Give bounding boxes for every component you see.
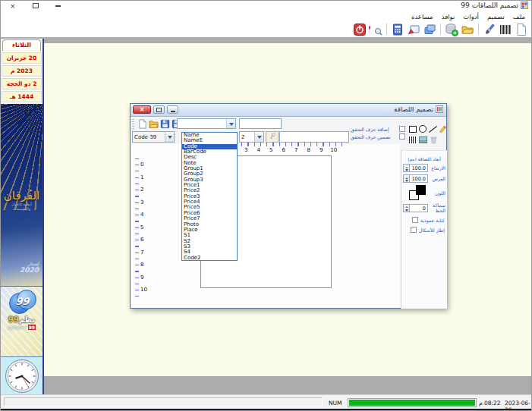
copy-cards-icon[interactable] <box>422 22 437 36</box>
brush-icon[interactable] <box>482 22 497 36</box>
spinner-arrows-icon[interactable] <box>403 174 409 183</box>
spinner-arrows-icon[interactable] <box>403 164 409 172</box>
color-label: اللون <box>429 190 445 196</box>
vruler-number: 7 <box>140 246 147 259</box>
spinner-arrows-icon[interactable] <box>403 204 409 212</box>
height-value[interactable]: 100.0 <box>409 164 428 172</box>
width-stepper[interactable]: 100.0 <box>403 174 428 183</box>
dialog-new-icon[interactable] <box>137 119 147 129</box>
thickness-stepper[interactable]: 0 <box>403 204 428 212</box>
delete-shape-icon[interactable] <box>430 136 438 144</box>
svg-text:?: ? <box>369 24 371 35</box>
exit-icon[interactable] <box>352 22 367 36</box>
dialog-icon <box>436 105 443 113</box>
version-value: 2020 <box>20 266 39 274</box>
include-check-digit-checkbox[interactable] <box>399 133 405 140</box>
thickness-label: سماكة الخط <box>430 202 445 213</box>
width-row: العرض 100.0 <box>403 174 445 183</box>
pencil-tool-icon[interactable] <box>439 124 447 133</box>
field-dropdown-list: NameNameECodeBarCodeDescNoteGroup1Group2… <box>181 132 238 261</box>
furqan-title: الفُرقان <box>1 189 42 202</box>
systems99-latin-name: systems 99 <box>1 325 42 331</box>
add-check-digit-label: إضافة حرف التحقق <box>351 126 399 133</box>
barcode-type-combobox[interactable]: Code 39 <box>132 131 175 143</box>
window-controls: × <box>10 2 61 10</box>
vruler-number: 10 <box>140 284 147 296</box>
barcode-tool-icon[interactable] <box>409 136 417 143</box>
line-tool-icon[interactable] <box>429 125 436 133</box>
add-check-digit-checkbox[interactable] <box>399 126 405 132</box>
minimize-window-icon[interactable] <box>55 5 61 7</box>
menu-bar: ملفتصميمأدواتنوافذمساعدة <box>1 11 531 21</box>
furqan-banner: الفُرقان أنظمة الأعمال والمؤسسات إصدار 2… <box>1 104 42 286</box>
open-folder-icon[interactable] <box>460 22 475 36</box>
height-row: الارتفاع 100.0 <box>403 164 445 172</box>
chevron-down-icon[interactable] <box>254 132 263 142</box>
color-row: اللون <box>403 185 445 200</box>
vertical-writing-checkbox[interactable] <box>412 217 418 223</box>
vruler-number: 6 <box>140 234 147 246</box>
analog-clock <box>5 359 39 394</box>
vruler-number: 2 <box>140 184 147 196</box>
furqan-subtitle-2: والمؤسسات <box>1 207 42 212</box>
close-window-icon[interactable]: × <box>10 2 16 10</box>
barcode-text-input[interactable] <box>279 131 349 143</box>
sidebar-day-tab[interactable]: الثلاثاء <box>2 39 41 51</box>
vertical-ruler: 012345678910 <box>140 158 147 296</box>
include-check-digit-label: تضمين حرف التحقق <box>351 133 399 141</box>
field-text-input[interactable] <box>239 118 282 129</box>
shapes-frame-label: إطار للأشكال <box>419 227 445 233</box>
vruler-number: 4 <box>140 209 147 221</box>
title-bar: تصميم اللصاقات 99 × <box>1 1 531 11</box>
menu-item[interactable]: أدوات <box>463 13 479 20</box>
field-option[interactable]: Code2 <box>182 256 237 261</box>
status-bar: NUM 08:22 م 2023-06-20 <box>1 394 532 409</box>
dialog-title-bar[interactable]: تصميم اللصاقة × <box>131 104 446 117</box>
toolbar-separator <box>440 24 441 35</box>
font-size-value: 2 <box>240 134 254 140</box>
height-stepper[interactable]: 100.0 <box>403 164 428 172</box>
vruler-number: 3 <box>140 196 147 209</box>
shapes-frame-checkbox[interactable] <box>411 227 417 233</box>
calculator-icon[interactable] <box>390 22 405 36</box>
font-size-combobox[interactable]: 2 <box>239 131 264 143</box>
sidebar-date-panel: 1444 هـ <box>2 91 42 102</box>
help-search-icon[interactable]: ? <box>368 22 383 36</box>
restore-window-icon[interactable] <box>33 3 39 8</box>
field-selector-combobox[interactable] <box>177 118 236 129</box>
width-value[interactable]: 100.0 <box>409 174 428 183</box>
menu-item[interactable]: تصميم <box>487 13 505 20</box>
toolbar-gripper[interactable] <box>132 119 134 129</box>
toolbar-separator <box>478 24 479 35</box>
ellipse-tool-icon[interactable] <box>419 125 427 133</box>
database-export-icon[interactable] <box>444 22 459 36</box>
menu-item[interactable]: مساعدة <box>411 13 433 20</box>
dialog-close-icon[interactable]: × <box>133 105 151 114</box>
color-swatch[interactable] <box>409 185 427 200</box>
save-icon[interactable] <box>160 119 170 129</box>
barcode-icon[interactable] <box>498 22 513 36</box>
rectangle-tool-icon[interactable] <box>409 126 417 133</box>
toolbar-separator <box>386 24 387 35</box>
barcode-type-value: Code 39 <box>133 134 165 140</box>
menu-item[interactable]: نوافذ <box>442 13 455 20</box>
drawing-tools <box>409 124 447 145</box>
chevron-down-icon[interactable] <box>226 119 235 128</box>
height-label: الارتفاع <box>430 165 445 171</box>
dialog-minimize-icon[interactable] <box>167 105 178 114</box>
export-card-icon[interactable] <box>406 22 421 36</box>
dialog-open-icon[interactable] <box>149 119 159 129</box>
systems99-big-number: 99 <box>14 296 32 307</box>
workspace-top-strip <box>1 37 532 43</box>
menu-item[interactable]: ملف <box>513 13 525 20</box>
hruler-number: 7 <box>290 147 303 153</box>
vruler-number: 0 <box>140 158 147 171</box>
status-time: 08:22 م <box>479 400 501 406</box>
chevron-down-icon[interactable] <box>165 132 174 142</box>
image-tool-icon[interactable] <box>419 136 427 143</box>
font-picker-button[interactable]: F <box>266 131 279 143</box>
vruler-number: 1 <box>140 171 147 184</box>
new-document-icon[interactable] <box>514 22 529 36</box>
dialog-restore-icon[interactable] <box>153 105 165 114</box>
thickness-value[interactable]: 0 <box>409 204 428 212</box>
